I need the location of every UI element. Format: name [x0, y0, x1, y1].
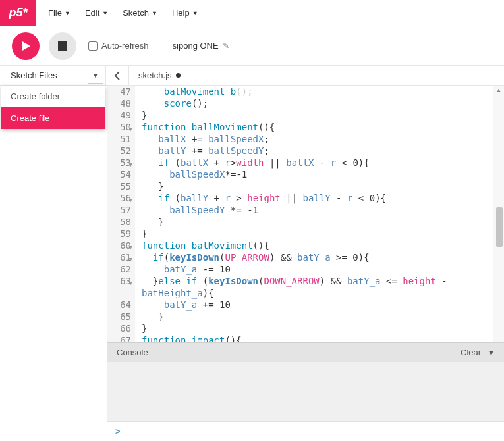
line-number: 49 [107, 109, 131, 121]
line-number: 52 [107, 145, 131, 157]
play-icon [20, 41, 31, 51]
chevron-down-icon: ▼ [152, 10, 157, 16]
code-editor[interactable]: batMoviment_b(); score();}function ballM… [135, 86, 504, 342]
sidebar-panel [0, 86, 107, 441]
line-number: 59 [107, 228, 131, 240]
line-number: 48 [107, 97, 131, 109]
menu-file[interactable]: File▼ [48, 8, 70, 18]
auto-refresh-checkbox[interactable] [88, 41, 98, 51]
code-line[interactable]: } [142, 180, 504, 192]
pencil-icon: ✎ [223, 41, 229, 51]
line-number: 65 [107, 311, 131, 323]
line-gutter: 47484950▼515253▼545556▼57585960▼61▼6263▼… [107, 86, 135, 342]
line-number: 58 [107, 216, 131, 228]
main-menu: File▼ Edit▼ Sketch▼ Help▼ [36, 8, 198, 18]
play-button[interactable] [12, 32, 40, 60]
sketch-name[interactable]: sipong ONE ✎ [173, 41, 229, 51]
code-line[interactable]: function impact(){ [142, 334, 504, 342]
top-menubar: p5* File▼ Edit▼ Sketch▼ Help▼ [0, 0, 504, 26]
files-header: Sketch Files ▼ [0, 66, 105, 85]
console-label: Console [117, 348, 148, 357]
scrollbar-thumb[interactable] [496, 207, 503, 247]
chevron-down-icon: ▼ [192, 10, 198, 16]
console-prompt-icon: > [115, 427, 121, 436]
console-input-row: > [107, 421, 504, 441]
line-number: 66 [107, 323, 131, 334]
line-number: 47 [107, 86, 131, 97]
console-output [107, 362, 504, 421]
code-line[interactable]: batY_a -= 10 [142, 263, 504, 275]
scroll-up-icon[interactable]: ▲ [493, 86, 504, 95]
code-line[interactable]: score(); [142, 97, 504, 109]
code-line[interactable]: ballSpeedX*=-1 [142, 169, 504, 180]
auto-refresh-toggle[interactable]: Auto-refresh [88, 41, 149, 51]
line-number: 55 [107, 180, 131, 192]
line-number: 54 [107, 169, 131, 180]
chevron-down-icon: ▼ [65, 10, 70, 16]
files-header-label: Sketch Files [11, 70, 57, 80]
files-dropdown-toggle[interactable]: ▼ [88, 68, 103, 84]
files-bar: Sketch Files ▼ sketch.js Create folder C… [0, 66, 504, 86]
line-number [107, 287, 131, 299]
menu-sketch-label: Sketch [123, 8, 149, 18]
code-line[interactable]: }else if (keyIsDown(DOWN_ARROW) && batY_… [142, 275, 504, 287]
chevron-down-icon: ▼ [102, 10, 108, 16]
chevron-down-icon[interactable]: ▼ [488, 349, 495, 357]
line-number: 57 [107, 204, 131, 216]
line-number: 63▼ [107, 275, 131, 287]
auto-refresh-label: Auto-refresh [101, 41, 149, 51]
menu-edit-label: Edit [85, 8, 99, 18]
toolbar: Auto-refresh sipong ONE ✎ [0, 26, 504, 66]
code-line[interactable]: ballX += ballSpeedX; [142, 133, 504, 145]
code-line[interactable]: ballY += ballSpeedY; [142, 145, 504, 157]
menu-sketch[interactable]: Sketch▼ [123, 8, 157, 18]
console-header: Console Clear ▼ [107, 342, 504, 362]
code-line[interactable]: } [142, 311, 504, 323]
code-line[interactable]: batMoviment_b(); [142, 86, 504, 97]
code-line[interactable]: function batMoviment(){ [142, 240, 504, 251]
line-number: 50▼ [107, 121, 131, 133]
dropdown-create-folder[interactable]: Create folder [1, 86, 105, 107]
code-line[interactable]: batY_a += 10 [142, 299, 504, 311]
dropdown-create-file[interactable]: Create file [1, 107, 105, 129]
console-clear-button[interactable]: Clear [461, 348, 481, 357]
line-number: 64 [107, 299, 131, 311]
vertical-scrollbar[interactable]: ▲ [493, 86, 504, 342]
code-line[interactable]: if (ballX + r>width || ballX - r < 0){ [142, 157, 504, 169]
menu-file-label: File [48, 8, 62, 18]
files-dropdown-menu: Create folder Create file [1, 86, 105, 129]
code-line[interactable]: } [142, 323, 504, 334]
file-tab[interactable]: sketch.js [129, 66, 190, 85]
code-line[interactable]: if (ballY + r > height || ballY - r < 0)… [142, 192, 504, 204]
line-number: 53▼ [107, 157, 131, 169]
menu-edit[interactable]: Edit▼ [85, 8, 108, 18]
svg-marker-0 [22, 41, 30, 51]
line-number: 51 [107, 133, 131, 145]
code-line[interactable]: ballSpeedY *= -1 [142, 204, 504, 216]
menu-help-label: Help [172, 8, 190, 18]
line-number: 61▼ [107, 251, 131, 263]
code-line[interactable]: } [142, 228, 504, 240]
file-tab-name: sketch.js [138, 70, 172, 80]
sketch-name-text: sipong ONE [173, 41, 219, 51]
stop-icon [58, 41, 67, 51]
chevron-left-icon [114, 71, 121, 80]
line-number: 62 [107, 263, 131, 275]
editor-area: 47484950▼515253▼545556▼57585960▼61▼6263▼… [107, 86, 504, 342]
code-line[interactable]: if(keyIsDown(UP_ARROW) && batY_a >= 0){ [142, 251, 504, 263]
code-line[interactable]: batHeight_a){ [142, 287, 504, 299]
code-line[interactable]: } [142, 109, 504, 121]
collapse-sidebar-button[interactable] [105, 66, 129, 85]
stop-button[interactable] [49, 32, 76, 60]
line-number: 56▼ [107, 192, 131, 204]
logo: p5* [0, 0, 36, 26]
dirty-indicator-icon [176, 73, 181, 78]
code-line[interactable]: } [142, 216, 504, 228]
line-number: 60▼ [107, 240, 131, 251]
code-line[interactable]: function ballMoviment(){ [142, 121, 504, 133]
menu-help[interactable]: Help▼ [172, 8, 198, 18]
